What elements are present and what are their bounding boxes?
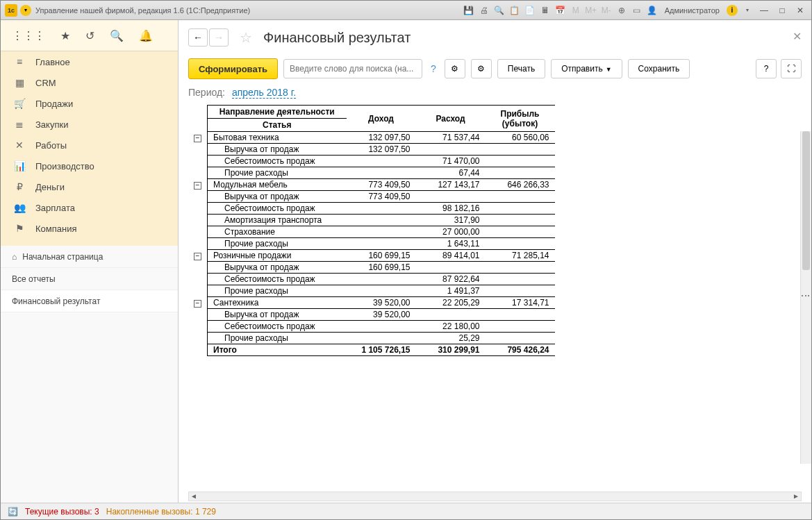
row-income: 39 520,00: [347, 309, 416, 321]
nav-item-6[interactable]: ₽Деньги: [1, 176, 178, 197]
total-label: Итого: [208, 344, 347, 356]
print-button[interactable]: Печать: [497, 59, 545, 78]
nav-icon: ▦: [13, 77, 26, 88]
generate-button[interactable]: Сформировать: [188, 58, 278, 79]
history-icon[interactable]: ↺: [85, 29, 94, 42]
row-name: Выручка от продаж: [208, 262, 347, 274]
nav-item-2[interactable]: 🛒Продажи: [1, 93, 178, 114]
total-expense: 310 299,91: [416, 344, 486, 356]
save-icon[interactable]: 💾: [463, 5, 474, 16]
back-button[interactable]: ←: [188, 28, 208, 47]
row-profit: [486, 238, 555, 250]
search-icon[interactable]: 🔍: [110, 29, 124, 42]
save-button[interactable]: Сохранить: [628, 59, 690, 78]
calendar-icon[interactable]: 📅: [555, 5, 566, 16]
collapse-toggle[interactable]: −: [194, 135, 201, 142]
period-label: Период:: [188, 87, 225, 98]
print-icon[interactable]: 🖨: [479, 5, 490, 16]
row-income: 132 097,50: [347, 144, 416, 156]
nav-label: Работы: [35, 140, 67, 151]
sidebar: ⋮⋮⋮ ★ ↺ 🔍 🔔 ≡Главное▦CRM🛒Продажи≣Закупки…: [1, 20, 179, 503]
group-profit: 646 266,33: [486, 179, 555, 191]
maximize-button[interactable]: □: [775, 5, 789, 16]
row-income: [347, 238, 416, 250]
status-icon[interactable]: 🔄: [8, 507, 18, 517]
star-icon[interactable]: ☆: [240, 29, 252, 46]
row-profit: [486, 203, 555, 215]
row-profit: [486, 274, 555, 285]
help-button[interactable]: ?: [756, 59, 777, 78]
sub-item-0[interactable]: ⌂Начальная страница: [1, 246, 178, 268]
m-icon[interactable]: M: [570, 5, 581, 16]
compare-icon[interactable]: 📋: [509, 5, 520, 16]
collapse-toggle[interactable]: −: [194, 253, 201, 260]
row-name: Страхование: [208, 226, 347, 238]
row-name: Себестоимость продаж: [208, 321, 347, 333]
calculator-icon[interactable]: 🖩: [540, 5, 551, 16]
nav-label: CRM: [35, 78, 56, 88]
nav-item-5[interactable]: 📊Производство: [1, 156, 178, 176]
group-name: Бытовая техника: [208, 132, 347, 144]
nav-item-1[interactable]: ▦CRM: [1, 72, 178, 93]
nav-item-3[interactable]: ≣Закупки: [1, 114, 178, 135]
row-name: Прочие расходы: [208, 167, 347, 179]
info-dropdown[interactable]: ▾: [742, 5, 753, 16]
nav-item-8[interactable]: ⚑Компания: [1, 218, 178, 239]
forward-button[interactable]: →: [209, 28, 229, 47]
group-income: 773 409,50: [347, 179, 416, 191]
sub-item-1[interactable]: Все отчеты: [1, 268, 178, 290]
nav-label: Главное: [35, 57, 70, 67]
nav-item-4[interactable]: ✕Работы: [1, 135, 178, 156]
help-icon[interactable]: ?: [428, 63, 439, 74]
row-income: [347, 321, 416, 333]
send-button[interactable]: Отправить▼: [551, 59, 622, 78]
bell-icon[interactable]: 🔔: [139, 29, 153, 42]
preview-icon[interactable]: 🔍: [494, 5, 505, 16]
row-name: Себестоимость продаж: [208, 156, 347, 167]
horizontal-scrollbar[interactable]: ◄►: [188, 492, 802, 501]
row-expense: 1 491,37: [416, 285, 486, 297]
nav-label: Деньги: [35, 182, 65, 192]
row-expense: [416, 262, 486, 274]
app-menu-dropdown[interactable]: ▾: [20, 5, 31, 16]
info-icon[interactable]: i: [727, 5, 738, 16]
window-icon[interactable]: ▭: [631, 5, 643, 16]
row-expense: [416, 309, 486, 321]
fullscreen-button[interactable]: ⛶: [781, 59, 802, 78]
nav-item-7[interactable]: 👥Зарплата: [1, 197, 178, 218]
panel-handle-icon[interactable]: ⋮: [800, 291, 811, 301]
row-income: [347, 226, 416, 238]
m-plus-icon[interactable]: M+: [586, 5, 597, 16]
nav-icon: ₽: [13, 181, 26, 192]
row-profit: [486, 167, 555, 179]
settings-icon-1[interactable]: ⚙: [445, 59, 465, 78]
collapse-toggle[interactable]: −: [194, 182, 201, 190]
collapse-toggle[interactable]: −: [194, 300, 201, 308]
clipboard-icon[interactable]: 📄: [524, 5, 536, 16]
user-name[interactable]: Администратор: [662, 6, 722, 15]
search-input[interactable]: [283, 59, 422, 78]
total-profit: 795 426,24: [486, 344, 555, 356]
row-name: Прочие расходы: [208, 238, 347, 250]
row-expense: 27 000,00: [416, 226, 486, 238]
content-area: ✕ ← → ☆ Финансовый результат Сформироват…: [179, 20, 811, 503]
total-income: 1 105 726,15: [347, 344, 416, 356]
favorite-icon[interactable]: ★: [60, 29, 70, 42]
nav-item-0[interactable]: ≡Главное: [1, 51, 178, 72]
statusbar: 🔄 Текущие вызовы: 3 Накопленные вызовы: …: [1, 503, 811, 519]
settings-icon-2[interactable]: ⚙: [471, 59, 492, 78]
sub-item-2[interactable]: Финансовый результат: [1, 290, 178, 312]
row-expense: 22 180,00: [416, 321, 486, 333]
zoom-in-icon[interactable]: ⊕: [616, 5, 627, 16]
apps-icon[interactable]: ⋮⋮⋮: [12, 29, 45, 42]
row-income: 160 699,15: [347, 262, 416, 274]
minimize-button[interactable]: —: [757, 5, 771, 16]
m-minus-icon[interactable]: M-: [601, 5, 612, 16]
close-tab-icon[interactable]: ✕: [793, 30, 802, 43]
close-button[interactable]: ✕: [793, 5, 807, 16]
nav-label: Продажи: [35, 99, 73, 109]
user-icon: 👤: [647, 5, 658, 16]
row-name: Амортизация транспорта: [208, 215, 347, 226]
nav-icon: 👥: [13, 202, 26, 213]
period-link[interactable]: апрель 2018 г.: [232, 87, 296, 99]
